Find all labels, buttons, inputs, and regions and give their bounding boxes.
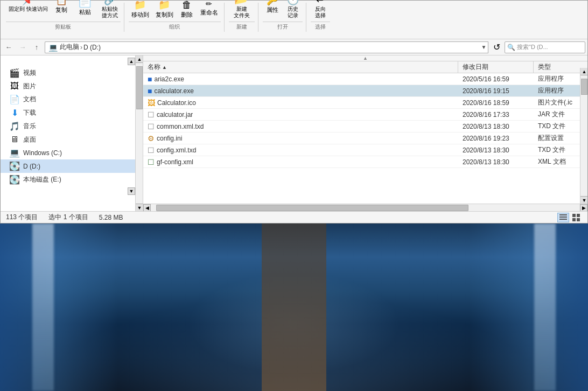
- file-scrollbar-thumb[interactable]: [581, 79, 587, 95]
- aria2c-name: aria2c.exe: [154, 75, 184, 83]
- sidebar-item-windows-c[interactable]: 💻 Windows (C:): [1, 146, 143, 159]
- file-row-config-xml-txd[interactable]: ☐ config.xml.txd 2020/8/13 18:30 TXD 文件: [143, 144, 587, 156]
- copy-label: 复制: [55, 6, 67, 14]
- waterfall-right: [534, 224, 556, 391]
- search-icon: 🔍: [507, 44, 515, 51]
- config-xml-txd-type: TXD 文件: [534, 145, 587, 155]
- file-v-scrollbar[interactable]: ▲ ▼: [580, 68, 587, 204]
- file-scroll-up-arrow[interactable]: ▲: [580, 68, 587, 75]
- selected-size: 5.28 MB: [99, 214, 123, 221]
- sidebar-item-videos-label: 视频: [23, 68, 36, 78]
- large-icons-view-button[interactable]: [570, 213, 582, 222]
- sidebar-item-d-drive[interactable]: 💽 D (D:): [1, 159, 143, 173]
- move-to-label: 移动到: [131, 11, 149, 19]
- file-row-aria2c[interactable]: ■ aria2c.exe 2020/5/16 16:59 应用程序: [143, 73, 587, 85]
- search-placeholder: 搜索"D (D...: [517, 43, 548, 51]
- pin-button[interactable]: 📌 固定到 快速访问: [6, 0, 51, 20]
- h-scrollbar-track[interactable]: [151, 204, 580, 212]
- h-scrollbar-thumb[interactable]: [156, 205, 468, 211]
- forward-button[interactable]: →: [17, 41, 29, 53]
- col-name-header[interactable]: 名称 ▲: [143, 61, 458, 73]
- sidebar-item-documents[interactable]: 📄 文档: [1, 93, 143, 106]
- large-icons-view-icon: [572, 214, 580, 221]
- path-drive[interactable]: D (D:): [83, 44, 101, 51]
- delete-label: 删除: [181, 11, 193, 19]
- svg-rect-2: [559, 219, 567, 220]
- calculator-exe-type: 应用程序: [534, 86, 587, 95]
- path-computer[interactable]: 此电脑: [60, 43, 79, 52]
- config-xml-txd-date: 2020/8/13 18:30: [458, 146, 534, 154]
- sidebar-scroll-down-btn[interactable]: ▼: [128, 187, 135, 195]
- sidebar-item-music[interactable]: 🎵 音乐: [1, 120, 143, 133]
- copy-to-button[interactable]: 📁 复制到: [153, 0, 176, 20]
- file-name-gf-config-xml: ☐ gf-config.xml: [143, 158, 458, 166]
- sidebar-item-local-e[interactable]: 💽 本地磁盘 (E:): [1, 173, 143, 186]
- move-to-button[interactable]: 📁 移动到: [129, 0, 152, 20]
- file-name-config-ini: ⚙ config.ini: [143, 134, 458, 143]
- history-button[interactable]: 🕐 历史记录: [283, 0, 303, 20]
- col-name-label: 名称: [148, 62, 160, 72]
- file-scroll-down-arrow[interactable]: ▼: [580, 196, 587, 204]
- ribbon-group-select: ↩ 反向选择 选择: [307, 3, 333, 32]
- sidebar-item-d-drive-label: D (D:): [23, 163, 40, 170]
- aria2c-icon: ■: [148, 75, 152, 83]
- horizontal-scrollbar[interactable]: ◀ ▶: [143, 204, 587, 211]
- address-path[interactable]: 💻 此电脑 › D (D:): [45, 41, 480, 53]
- properties-label: 属性: [267, 6, 278, 14]
- file-row-calculator-exe[interactable]: ■ calculator.exe 2020/8/16 19:15 应用程序: [143, 85, 587, 97]
- properties-button[interactable]: 🔑 属性: [263, 0, 282, 20]
- file-row-calculator-ico[interactable]: 🖼 Calculator.ico 2020/8/16 18:59 图片文件(.i…: [143, 97, 587, 109]
- rename-button[interactable]: ✏ 重命名: [198, 0, 221, 20]
- details-view-button[interactable]: [557, 213, 569, 222]
- file-row-common-xml-txd[interactable]: ☐ common.xml.txd 2020/8/13 18:30 TXD 文件: [143, 121, 587, 132]
- h-scroll-left-arrow[interactable]: ◀: [143, 204, 151, 212]
- copy-button[interactable]: 📋 复制: [52, 0, 71, 20]
- new-label: 新建: [229, 22, 255, 31]
- file-name-aria2c: ■ aria2c.exe: [143, 75, 458, 83]
- paste-shortcut-icon: 🔗: [104, 0, 116, 5]
- sidebar-item-desktop-label: 桌面: [23, 135, 36, 144]
- col-type-label: 类型: [538, 62, 551, 72]
- sidebar: ▲ 🎬 视频 🖼 图片 📄 文档 ⬇ 下载: [1, 55, 143, 211]
- calculator-ico-type: 图片文件(.ic: [534, 98, 587, 107]
- new-folder-button[interactable]: 📂 新建文件夹: [229, 0, 255, 20]
- sidebar-item-desktop[interactable]: 🖥 桌面: [1, 133, 143, 146]
- local-e-icon: 💽: [9, 174, 20, 185]
- sidebar-item-videos[interactable]: 🎬 视频: [1, 66, 143, 80]
- reverse-select-icon: ↩: [316, 0, 324, 5]
- sidebar-item-documents-label: 文档: [23, 95, 36, 104]
- sidebar-scroll-down-arrow[interactable]: ▼: [136, 204, 143, 211]
- reverse-select-button[interactable]: ↩ 反向选择: [311, 0, 330, 20]
- config-xml-txd-icon: ☐: [148, 146, 155, 155]
- paste-shortcut-button[interactable]: 🔗 粘贴快捷方式: [99, 0, 121, 20]
- sidebar-scroll-up-btn[interactable]: ▲: [128, 58, 135, 65]
- view-mode-buttons: [557, 213, 582, 222]
- address-dropdown-arrow[interactable]: ▼: [480, 41, 488, 53]
- sidebar-scrollbar-thumb[interactable]: [136, 66, 143, 109]
- organize-label: 组织: [129, 22, 221, 31]
- file-row-calculator-jar[interactable]: ☐ calculator.jar 2020/8/16 17:33 JAR 文件: [143, 109, 587, 121]
- organize-buttons: 📁 移动到 📁 复制到 🗑 删除 ✏ 重命名: [129, 0, 221, 20]
- refresh-button[interactable]: ↺: [491, 41, 502, 53]
- file-list-header[interactable]: 名称 ▲ 修改日期 类型: [143, 61, 587, 73]
- calculator-jar-date: 2020/8/16 17:33: [458, 111, 534, 118]
- col-name-sort: ▲: [162, 65, 167, 70]
- ribbon: 📌 固定到 快速访问 📋 复制 📄 粘贴 🔗 粘贴快捷方式: [1, 1, 587, 39]
- sidebar-item-music-label: 音乐: [23, 122, 36, 131]
- col-date-header[interactable]: 修改日期: [458, 61, 534, 73]
- col-type-header[interactable]: 类型: [534, 61, 587, 73]
- back-button[interactable]: ←: [3, 41, 15, 53]
- sidebar-item-downloads[interactable]: ⬇ 下载: [1, 106, 143, 120]
- paste-button[interactable]: 📄 粘贴: [72, 0, 98, 20]
- address-path-container[interactable]: 💻 此电脑 › D (D:) ▼: [45, 41, 488, 53]
- delete-icon: 🗑: [182, 0, 192, 10]
- sidebar-scrollbar[interactable]: ▲ ▼: [135, 55, 143, 211]
- delete-button[interactable]: 🗑 删除: [177, 0, 197, 20]
- sidebar-scroll-up-arrow[interactable]: ▲: [136, 55, 143, 63]
- file-row-config-ini[interactable]: ⚙ config.ini 2020/8/16 19:23 配置设置: [143, 132, 587, 144]
- up-button[interactable]: ↑: [31, 41, 43, 53]
- file-row-gf-config-xml[interactable]: ☐ gf-config.xml 2020/8/13 18:30 XML 文档: [143, 156, 587, 168]
- h-scroll-right-arrow[interactable]: ▶: [580, 204, 587, 212]
- search-box[interactable]: 🔍 搜索"D (D...: [505, 41, 585, 53]
- sidebar-item-pictures[interactable]: 🖼 图片: [1, 80, 143, 93]
